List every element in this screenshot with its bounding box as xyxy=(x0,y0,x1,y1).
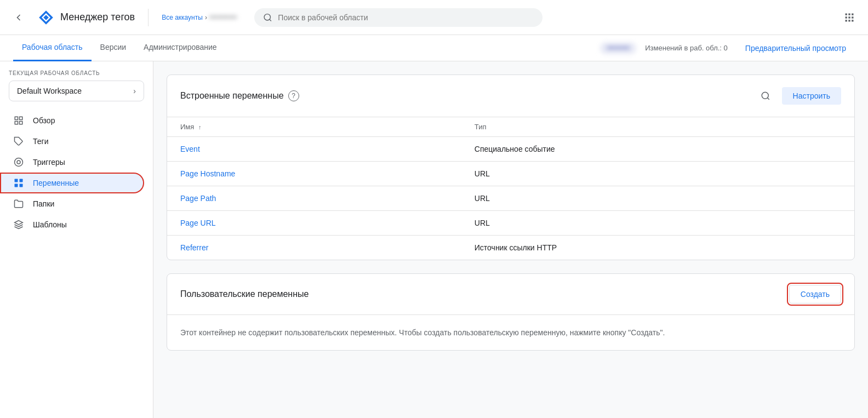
var-name-link[interactable]: Page URL xyxy=(180,219,216,227)
sort-arrow-icon: ↑ xyxy=(198,124,202,130)
builtin-vars-card: Встроенные переменные ? Настроить xyxy=(167,75,855,260)
var-name-link[interactable]: Referrer xyxy=(180,243,208,252)
svg-rect-9 xyxy=(848,16,850,18)
section-actions: Настроить xyxy=(756,86,841,106)
sidebar-item-triggers[interactable]: Триггеры xyxy=(0,152,144,173)
tab-versions[interactable]: Версии xyxy=(92,35,135,61)
table-row: Referrer Источник ссылки HTTP xyxy=(167,236,854,260)
help-icon[interactable]: ? xyxy=(288,90,299,101)
triggers-icon xyxy=(13,157,24,167)
create-button[interactable]: Создать xyxy=(789,285,841,304)
sidebar-label-triggers: Триггеры xyxy=(33,158,65,167)
svg-rect-12 xyxy=(848,20,850,21)
table-search-icon[interactable] xyxy=(756,86,775,106)
var-type-cell: Специальное событие xyxy=(461,137,854,162)
svg-rect-23 xyxy=(15,184,18,187)
svg-rect-24 xyxy=(20,184,23,187)
svg-rect-10 xyxy=(852,16,853,18)
secondary-nav: Рабочая область Версии Администрирование… xyxy=(0,35,868,61)
var-name-link[interactable]: Page Hostname xyxy=(180,169,235,178)
var-name-link[interactable]: Event xyxy=(180,145,200,153)
search-input[interactable] xyxy=(278,13,534,22)
sidebar-label-templates: Шаблоны xyxy=(33,220,67,229)
var-type-cell: Источник ссылки HTTP xyxy=(461,236,854,260)
sidebar-item-folders[interactable]: Папки xyxy=(0,193,144,214)
changes-label: Изменений в раб. обл.: 0 xyxy=(645,44,728,52)
svg-rect-5 xyxy=(846,13,847,15)
svg-line-26 xyxy=(767,98,769,99)
table-row: Page Hostname URL xyxy=(167,162,854,186)
gtm-logo xyxy=(37,9,55,26)
sidebar-item-overview[interactable]: Обзор xyxy=(0,110,144,131)
var-type-cell: URL xyxy=(461,186,854,211)
svg-line-4 xyxy=(270,19,271,21)
breadcrumb-account: •••••••••••• xyxy=(209,14,237,21)
workspace-label: ТЕКУЩАЯ РАБОЧАЯ ОБЛАСТЬ xyxy=(9,70,144,76)
configure-button[interactable]: Настроить xyxy=(782,87,841,105)
folders-icon xyxy=(13,199,24,209)
logo-area: Менеджер тегов xyxy=(37,9,135,26)
sidebar-label-folders: Папки xyxy=(33,199,54,208)
workspace-name: Default Workspace xyxy=(17,87,82,95)
empty-message: Этот контейнер не содержит пользовательс… xyxy=(167,315,854,350)
app-title: Менеджер тегов xyxy=(60,12,135,23)
sidebar: ТЕКУЩАЯ РАБОЧАЯ ОБЛАСТЬ Default Workspac… xyxy=(0,61,153,418)
svg-rect-14 xyxy=(15,117,18,119)
var-type-cell: URL xyxy=(461,162,854,186)
svg-rect-17 xyxy=(15,122,18,124)
table-row: Event Специальное событие xyxy=(167,137,854,162)
svg-rect-21 xyxy=(15,179,18,182)
overview-icon xyxy=(13,116,24,125)
svg-point-3 xyxy=(264,14,270,20)
var-name-cell: Page Path xyxy=(167,186,461,211)
breadcrumb-prefix[interactable]: Все аккаунты xyxy=(162,14,203,21)
svg-rect-11 xyxy=(846,20,847,21)
grid-icon-button[interactable] xyxy=(840,8,859,27)
breadcrumb-arrow: › xyxy=(205,14,207,21)
sidebar-label-variables: Переменные xyxy=(33,179,79,187)
sidebar-label-tags: Теги xyxy=(33,137,48,146)
var-name-cell: Page Hostname xyxy=(167,162,461,186)
table-row: Page URL URL xyxy=(167,211,854,236)
svg-rect-8 xyxy=(846,16,847,18)
templates-icon xyxy=(13,220,24,230)
var-name-cell: Referrer xyxy=(167,236,461,260)
tab-admin[interactable]: Администрирование xyxy=(135,35,226,61)
sidebar-item-templates[interactable]: Шаблоны xyxy=(0,214,144,235)
breadcrumb-top: Все аккаунты › •••••••••••• xyxy=(162,14,237,21)
var-name-cell: Event xyxy=(167,137,461,162)
var-name-cell: Page URL xyxy=(167,211,461,236)
svg-point-25 xyxy=(762,92,768,99)
var-name-link[interactable]: Page Path xyxy=(180,194,216,203)
main-layout: ТЕКУЩАЯ РАБОЧАЯ ОБЛАСТЬ Default Workspac… xyxy=(0,61,868,418)
sidebar-label-overview: Обзор xyxy=(33,116,55,125)
sidebar-item-variables[interactable]: Переменные xyxy=(0,173,144,193)
workspace-badge: •••••••••• xyxy=(600,42,636,54)
workspace-selector[interactable]: Default Workspace › xyxy=(9,81,144,101)
preview-button[interactable]: Предварительный просмотр xyxy=(736,39,855,57)
svg-rect-22 xyxy=(20,179,23,182)
nav-divider xyxy=(148,9,149,26)
builtin-vars-header: Встроенные переменные ? Настроить xyxy=(167,75,854,117)
user-vars-card: Пользовательские переменные Создать Этот… xyxy=(167,273,855,351)
svg-rect-13 xyxy=(852,20,853,21)
variables-icon xyxy=(13,178,24,188)
col-header-type: Тип xyxy=(461,117,854,137)
sidebar-item-tags[interactable]: Теги xyxy=(0,131,144,152)
tab-workspace[interactable]: Рабочая область xyxy=(13,35,92,61)
col-header-name: Имя ↑ xyxy=(167,117,461,137)
back-button[interactable] xyxy=(9,8,28,27)
tags-icon xyxy=(13,136,24,146)
svg-rect-6 xyxy=(848,13,850,15)
builtin-vars-title: Встроенные переменные xyxy=(180,91,284,101)
table-row: Page Path URL xyxy=(167,186,854,211)
svg-rect-16 xyxy=(20,122,22,124)
svg-rect-15 xyxy=(20,117,22,119)
svg-point-19 xyxy=(15,158,23,167)
user-vars-header: Пользовательские переменные Создать xyxy=(167,274,854,315)
search-icon xyxy=(263,13,272,22)
content-area: Встроенные переменные ? Настроить xyxy=(153,61,868,418)
search-bar xyxy=(254,8,542,27)
svg-point-20 xyxy=(17,161,20,164)
var-type-cell: URL xyxy=(461,211,854,236)
